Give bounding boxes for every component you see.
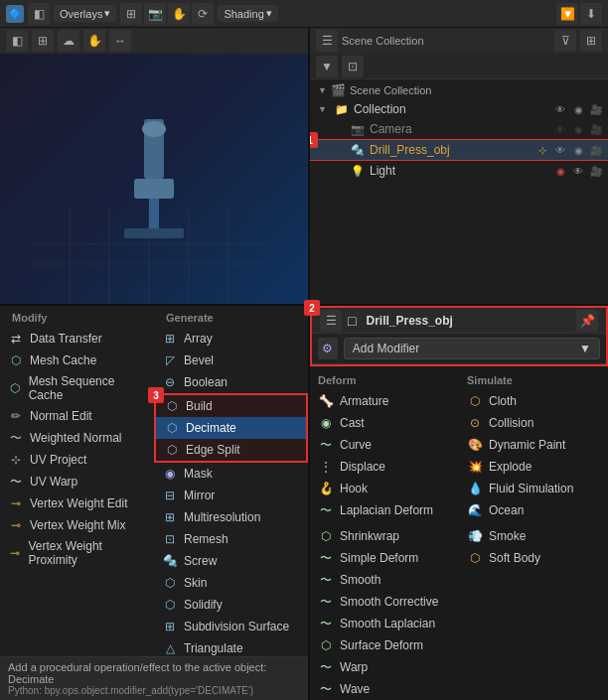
filter-icon[interactable]: 🔽 xyxy=(556,3,578,25)
prop-cast[interactable]: ◉ Cast xyxy=(310,412,459,434)
mod-solidify[interactable]: ⬡ Solidify xyxy=(154,594,308,616)
camera-eye-icon[interactable]: 👁 xyxy=(552,121,568,137)
mod-remesh[interactable]: ⊡ Remesh xyxy=(154,528,308,550)
mod-normal-edit[interactable]: ✏ Normal Edit xyxy=(0,405,154,427)
prop-cloth[interactable]: ⬡ Cloth xyxy=(459,390,608,412)
vp-hand-icon[interactable]: ✋ xyxy=(83,30,105,52)
rotate-icon[interactable]: ⟳ xyxy=(192,3,214,25)
mod-mesh-seq-cache[interactable]: ⬡ Mesh Sequence Cache xyxy=(0,371,154,405)
mod-uv-warp[interactable]: 〜 UV Warp xyxy=(0,471,154,492)
light-cursor-icon[interactable]: 👁 xyxy=(570,163,586,179)
sort-icon[interactable]: ⬇ xyxy=(580,3,602,25)
modifier-tab-icon[interactable]: ⚙ xyxy=(318,338,338,359)
prop-smooth-corrective[interactable]: 〜 Smooth Corrective xyxy=(310,591,459,613)
drill-eye-icon[interactable]: 👁 xyxy=(552,142,568,158)
mod-vw-edit[interactable]: ⊸ Vertex Weight Edit xyxy=(0,492,154,514)
mod-screw[interactable]: 🔩 Screw xyxy=(154,550,308,572)
mod-mesh-cache[interactable]: ⬡ Mesh Cache xyxy=(0,350,154,371)
mod-vw-prox[interactable]: ⊸ Vertex Weight Proximity xyxy=(0,536,154,570)
tree-camera[interactable]: 📷 Camera 👁 ◉ 🎥 xyxy=(310,119,608,139)
vp-grid-icon[interactable]: ⊞ xyxy=(32,30,54,52)
prop-curve[interactable]: 〜 Curve xyxy=(310,434,459,456)
mod-mask[interactable]: ◉ Mask xyxy=(154,463,308,485)
light-render-icon[interactable]: 🎥 xyxy=(588,163,604,179)
displace-icon: ⋮ xyxy=(318,459,334,475)
mirror-icon: ⊟ xyxy=(162,488,178,503)
outliner-view-icon[interactable]: ▼ xyxy=(316,56,338,77)
data-transfer-icon: ⇄ xyxy=(8,331,24,347)
mod-array[interactable]: ⊞ Array xyxy=(154,328,308,350)
vp-cam-icon[interactable]: ☁ xyxy=(58,30,79,52)
vp-move-icon[interactable]: ↔ xyxy=(109,30,131,52)
prop-warp[interactable]: 〜 Warp xyxy=(310,656,459,678)
mod-vw-mix[interactable]: ⊸ Vertex Weight Mix xyxy=(0,514,154,536)
uv-warp-icon: 〜 xyxy=(8,474,24,490)
prop-smooth[interactable]: 〜 Smooth xyxy=(310,569,459,591)
mod-weighted-normal[interactable]: 〜 Weighted Normal xyxy=(0,427,154,449)
solidify-icon: ⬡ xyxy=(162,597,178,613)
mod-skin[interactable]: ⬡ Skin xyxy=(154,572,308,594)
prop-smoke[interactable]: 💨 Smoke xyxy=(459,525,608,547)
prop-armature[interactable]: 🦴 Armature xyxy=(310,390,459,412)
add-modifier-button[interactable]: Add Modifier ▼ xyxy=(344,338,600,359)
deform-header: Deform xyxy=(310,370,459,390)
drill-render-icon[interactable]: 🎥 xyxy=(588,142,604,158)
prop-dynamic-paint[interactable]: 🎨 Dynamic Paint xyxy=(459,434,608,456)
mod-multires[interactable]: ⊞ Multiresolution xyxy=(154,506,308,528)
prop-surface-deform[interactable]: ⬡ Surface Deform xyxy=(310,634,459,656)
drill-vertex-icon: ⊹ xyxy=(534,142,550,158)
viewport: ◧ ⊞ ☁ ✋ ↔ Z X xyxy=(0,28,308,306)
props-pin-icon[interactable]: 📌 xyxy=(576,310,598,332)
camera-icon[interactable]: 📷 xyxy=(144,3,166,25)
mod-triangulate[interactable]: △ Triangulate xyxy=(154,637,308,656)
camera-render-icon[interactable]: 🎥 xyxy=(588,121,604,137)
mod-edge-split[interactable]: ⬡ Edge Split xyxy=(156,439,306,461)
drill-cursor-icon[interactable]: ◉ xyxy=(570,142,586,158)
prop-wave[interactable]: 〜 Wave xyxy=(310,678,459,700)
filter-funnel-icon[interactable]: ⊽ xyxy=(554,30,576,52)
outliner-filter-icon[interactable]: ⊞ xyxy=(580,30,602,52)
mod-decimate[interactable]: ⬡ Decimate xyxy=(156,417,306,439)
mod-subdiv[interactable]: ⊞ Subdivision Surface xyxy=(154,616,308,637)
shading-button[interactable]: Shading ▾ xyxy=(218,5,277,22)
cursor-icon[interactable]: ✋ xyxy=(168,3,190,25)
mod-bevel[interactable]: ◸ Bevel xyxy=(154,350,308,371)
prop-shrinkwrap[interactable]: ⬡ Shrinkwrap xyxy=(310,525,459,547)
mesh-seq-icon: ⬡ xyxy=(8,380,23,396)
scene-collection-row[interactable]: ▼ 🎬 Scene Collection xyxy=(310,81,608,99)
tree-collection[interactable]: ▼ 📁 Collection 👁 ◉ 🎥 xyxy=(310,99,608,119)
tree-light[interactable]: 💡 Light ◉ 👁 🎥 xyxy=(310,161,608,181)
normal-edit-icon: ✏ xyxy=(8,408,24,424)
prop-fluid-sim[interactable]: 💧 Fluid Simulation xyxy=(459,478,608,499)
prop-simple-deform[interactable]: 〜 Simple Deform xyxy=(310,547,459,569)
prop-smooth-laplacian[interactable]: 〜 Smooth Laplacian xyxy=(310,613,459,634)
mod-mirror[interactable]: ⊟ Mirror xyxy=(154,485,308,506)
prop-collision[interactable]: ⊙ Collision xyxy=(459,412,608,434)
camera-cursor-icon[interactable]: ◉ xyxy=(570,121,586,137)
prop-displace[interactable]: ⋮ Displace xyxy=(310,456,459,478)
prop-hook[interactable]: 🪝 Hook xyxy=(310,478,459,499)
simulate-column: Simulate ⬡ Cloth ⊙ Collision 🎨 xyxy=(459,370,608,521)
prop-ocean[interactable]: 🌊 Ocean xyxy=(459,499,608,521)
collection-render-icon[interactable]: 🎥 xyxy=(588,101,604,117)
mod-build[interactable]: ⬡ Build xyxy=(156,395,306,417)
prop-laplacian-deform[interactable]: 〜 Laplacian Deform xyxy=(310,499,459,521)
tree-drill-press[interactable]: 🔩 Drill_Press_obj ⊹ 👁 ◉ 🎥 xyxy=(310,140,608,160)
mod-boolean[interactable]: ⊖ Boolean xyxy=(154,371,308,393)
collection-eye-icon[interactable]: 👁 xyxy=(552,101,568,117)
prop-explode[interactable]: 💥 Explode xyxy=(459,456,608,478)
laplacian-deform-icon: 〜 xyxy=(318,502,334,518)
prop-soft-body[interactable]: ⬡ Soft Body xyxy=(459,547,608,569)
view-menu-icon[interactable]: ◧ xyxy=(6,30,28,52)
collection-cursor-icon[interactable]: ◉ xyxy=(570,101,586,117)
grid-icon[interactable]: ⊞ xyxy=(120,3,142,25)
outliner-menu-icon[interactable]: ☰ xyxy=(316,30,338,52)
overlays-button[interactable]: Overlays ▾ xyxy=(54,5,116,22)
mod-data-transfer[interactable]: ⇄ Data Transfer xyxy=(0,328,154,350)
outliner-sort-icon[interactable]: ⊡ xyxy=(342,56,364,77)
drill-press-name: Drill_Press_obj xyxy=(370,143,531,157)
mod-uv-project[interactable]: ⊹ UV Project xyxy=(0,449,154,471)
props-menu-icon[interactable]: ☰ xyxy=(320,310,342,332)
light-eye-icon[interactable]: ◉ xyxy=(552,163,568,179)
view-icon[interactable]: ◧ xyxy=(28,3,50,25)
